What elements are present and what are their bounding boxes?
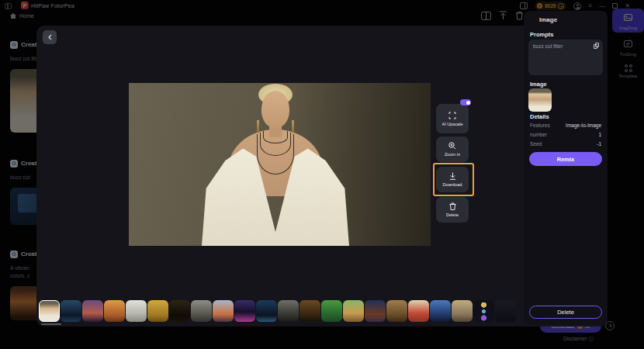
filmstrip-thumbnail-20[interactable] [452, 300, 473, 322]
back-button[interactable] [43, 30, 57, 44]
prompt-box: buzz cut filter [528, 40, 603, 75]
chevron-left-icon [48, 34, 52, 40]
app-window: P HitPaw FotorPea P 8628 + ≡ — ✕ Home [0, 0, 644, 349]
filmstrip-thumbnail-22[interactable] [495, 300, 516, 322]
delete-button[interactable]: Delete [436, 197, 469, 223]
filmstrip-thumbnail-19[interactable] [430, 300, 451, 322]
ai-upscale-toggle[interactable] [460, 99, 471, 105]
filmstrip-thumbnail-17[interactable] [386, 300, 407, 322]
details-label: Details [530, 113, 549, 120]
filmstrip-thumbnail-11[interactable] [256, 300, 277, 322]
filmstrip-thumbnail-13[interactable] [299, 300, 320, 322]
zoom-in-label: Zoom in [445, 152, 460, 157]
filmstrip-thumbnail-14[interactable] [321, 300, 342, 322]
filmstrip-thumbnail-18[interactable] [408, 300, 429, 322]
filmstrip-thumbnail-5[interactable] [126, 300, 147, 322]
panel-title: Image [539, 16, 557, 23]
ai-upscale-button[interactable]: AI Upscale [436, 104, 469, 133]
filmstrip-thumbnail-10[interactable] [234, 300, 255, 322]
thumbnail-filmstrip[interactable] [39, 299, 522, 323]
portrait-necklace [257, 134, 294, 174]
portrait-earring [292, 120, 294, 133]
panel-delete-button[interactable]: Delete [529, 306, 602, 319]
filmstrip-thumbnail-12[interactable] [278, 300, 299, 322]
detail-row-seed: Seed-1 [530, 141, 601, 147]
copy-icon[interactable] [594, 43, 599, 49]
trash-icon [449, 202, 456, 210]
ai-upscale-label: AI Upscale [441, 122, 462, 126]
prompts-label: Prompts [530, 31, 553, 38]
image-info-panel: Image Prompts buzz cut filter Image Deta… [524, 11, 608, 325]
zoom-in-icon [448, 142, 456, 150]
filmstrip-thumbnail-3[interactable] [82, 300, 103, 322]
detail-row-number: number1 [530, 132, 601, 137]
remix-button[interactable]: Remix [529, 152, 602, 166]
filmstrip-scrollbar[interactable] [41, 323, 61, 325]
upscale-icon [448, 112, 456, 119]
image-viewer-modal: AI Upscale Zoom in Download Delete [36, 26, 608, 327]
download-icon [449, 172, 456, 180]
filmstrip-thumbnail-2[interactable] [61, 300, 81, 322]
delete-label: Delete [446, 213, 459, 217]
download-button[interactable]: Download [436, 167, 469, 192]
filmstrip-thumbnail-8[interactable] [191, 300, 212, 322]
filmstrip-thumbnail-16[interactable] [365, 300, 386, 322]
source-image-thumbnail[interactable] [528, 88, 552, 112]
filmstrip-thumbnail-7[interactable] [169, 300, 190, 322]
filmstrip-thumbnail-21[interactable] [473, 300, 494, 322]
zoom-in-button[interactable]: Zoom in [436, 136, 469, 162]
portrait-earring [257, 120, 259, 133]
filmstrip-thumbnail-4[interactable] [104, 300, 125, 322]
filmstrip-thumbnail-9[interactable] [213, 300, 234, 322]
filmstrip-thumbnail-15[interactable] [343, 300, 364, 322]
filmstrip-thumbnail-6[interactable] [147, 300, 168, 322]
prompt-value: buzz cut filter [533, 43, 598, 49]
preview-image[interactable] [129, 83, 431, 246]
portrait-face [261, 91, 289, 128]
detail-row-features: FeaturesImage-to-Image [530, 123, 601, 128]
download-label: Download [443, 182, 462, 187]
image-label: Image [530, 81, 547, 88]
filmstrip-thumbnail-1[interactable] [39, 300, 60, 322]
